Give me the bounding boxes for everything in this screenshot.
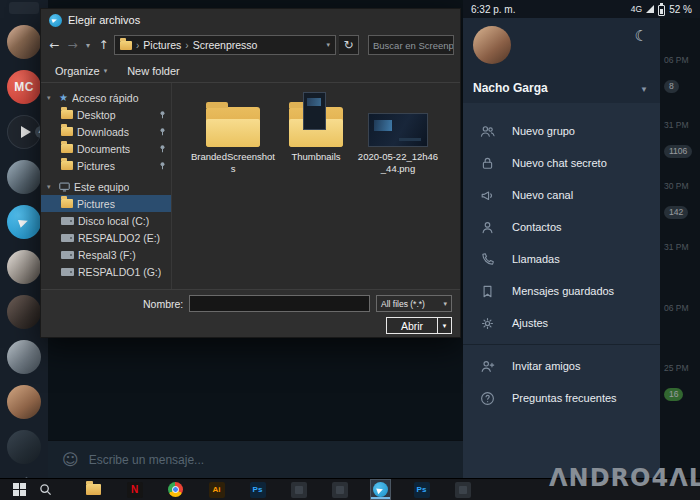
photoshop-icon: Ps bbox=[250, 482, 266, 498]
drawer-header[interactable]: ☾ Nacho Garga ▼ bbox=[463, 18, 660, 103]
screen: MC 4 ☺ Escribe un mensaje... Elegir arch… bbox=[0, 0, 700, 500]
quick-access-icon: ★ bbox=[59, 92, 68, 103]
folder-icon bbox=[61, 144, 73, 153]
pin-icon bbox=[158, 144, 167, 153]
breadcrumb-segment[interactable]: Pictures bbox=[143, 39, 181, 51]
filename-input[interactable] bbox=[189, 295, 370, 312]
taskbar-app-photoshop[interactable]: Ps bbox=[248, 480, 267, 499]
menu-item-contactos[interactable]: Contactos bbox=[463, 211, 660, 243]
tree-item-respal3-f[interactable]: Respal3 (F:) bbox=[41, 246, 171, 263]
expander-icon[interactable]: ▾ bbox=[47, 183, 55, 191]
menu-item-preguntas-frecuentes[interactable]: Preguntas frecuentes bbox=[463, 382, 660, 414]
dialog-body: ▾ ★ Acceso rápido Desktop Downloads Docu… bbox=[41, 83, 460, 289]
dialog-search-input[interactable]: Buscar en Screenp bbox=[368, 35, 454, 55]
organize-button[interactable]: Organize ▾ bbox=[55, 65, 107, 77]
chevron-down-icon[interactable]: ▼ bbox=[640, 85, 648, 94]
drive-icon bbox=[61, 268, 74, 276]
chat-avatar[interactable] bbox=[7, 385, 41, 419]
menu-item-llamadas[interactable]: Llamadas bbox=[463, 243, 660, 275]
filename-label: Nombre: bbox=[143, 298, 183, 310]
up-icon[interactable]: ↑ bbox=[96, 38, 111, 52]
taskbar-app-explorer[interactable] bbox=[84, 480, 103, 499]
profile-avatar[interactable] bbox=[473, 26, 511, 64]
message-composer[interactable]: ☺ Escribe un mensaje... bbox=[48, 440, 463, 478]
expander-icon[interactable]: ▾ bbox=[47, 94, 55, 102]
chat-avatar[interactable] bbox=[7, 160, 41, 194]
drive-icon bbox=[61, 234, 74, 242]
chat-avatar[interactable] bbox=[7, 205, 41, 239]
tree-item-pictures-selected[interactable]: Pictures bbox=[41, 195, 171, 212]
menu-item-invitar-amigos[interactable]: Invitar amigos bbox=[463, 350, 660, 382]
breadcrumb-separator: › bbox=[136, 40, 139, 51]
dialog-title: Elegir archivos bbox=[68, 14, 140, 26]
open-dropdown-icon[interactable]: ▾ bbox=[438, 318, 451, 333]
chat-avatar[interactable] bbox=[7, 430, 41, 464]
app-icon bbox=[455, 482, 471, 498]
taskbar-app-generic[interactable] bbox=[453, 480, 472, 499]
chat-avatar[interactable] bbox=[7, 250, 41, 284]
menu-divider bbox=[463, 344, 660, 345]
cellular-signal-icon bbox=[646, 5, 654, 13]
chat-list-edge: 06 PM 8 31 PM 1106 30 PM 142 31 PM 06 PM… bbox=[660, 18, 700, 478]
menu-item-mensajes-guardados[interactable]: Mensajes guardados bbox=[463, 275, 660, 307]
battery-icon bbox=[658, 5, 665, 16]
taskbar-app-photoshop-2[interactable]: Ps bbox=[412, 480, 431, 499]
taskbar-app-chrome[interactable] bbox=[166, 480, 185, 499]
taskbar-app-generic[interactable] bbox=[330, 480, 349, 499]
menu-item-ajustes[interactable]: Ajustes bbox=[463, 307, 660, 339]
file-item-image[interactable]: 2020-05-22_12h46_44.png bbox=[356, 101, 440, 175]
pin-icon bbox=[158, 161, 167, 170]
file-type-dropdown[interactable]: All files (*.*) ▾ bbox=[376, 295, 452, 312]
breadcrumb[interactable]: › Pictures › Screenpresso ▾ bbox=[114, 35, 336, 55]
profile-name: Nacho Garga bbox=[473, 81, 548, 95]
open-button[interactable]: Abrir ▾ bbox=[386, 317, 452, 334]
menu-item-nuevo-grupo[interactable]: Nuevo grupo bbox=[463, 115, 660, 147]
recent-locations-icon[interactable]: ▾ bbox=[83, 41, 93, 50]
taskbar-apps: N Ai Ps Ps bbox=[84, 480, 472, 499]
chat-avatar[interactable] bbox=[7, 340, 41, 374]
tree-item-respaldo1-g[interactable]: RESPALDO1 (G:) bbox=[41, 263, 171, 280]
chat-avatar[interactable]: 4 bbox=[7, 115, 41, 149]
hamburger-menu-button[interactable] bbox=[9, 2, 39, 14]
breadcrumb-segment[interactable]: Screenpresso bbox=[193, 39, 258, 51]
refresh-icon[interactable]: ↻ bbox=[339, 35, 359, 55]
file-item-folder[interactable]: Thumbnails bbox=[274, 101, 358, 163]
file-item-folder[interactable]: BrandedScreenshots bbox=[191, 101, 275, 175]
menu-item-nuevo-canal[interactable]: Nuevo canal bbox=[463, 179, 660, 211]
taskbar-app-illustrator[interactable]: Ai bbox=[207, 480, 226, 499]
dialog-titlebar: Elegir archivos bbox=[41, 9, 460, 31]
taskbar-app-generic[interactable] bbox=[289, 480, 308, 499]
chat-avatar[interactable] bbox=[7, 25, 41, 59]
chrome-icon bbox=[168, 482, 183, 497]
chevron-down-icon: ▾ bbox=[104, 67, 108, 75]
new-folder-button[interactable]: New folder bbox=[127, 65, 180, 77]
tree-item-disco-local-c[interactable]: Disco local (C:) bbox=[41, 212, 171, 229]
tree-item-documents[interactable]: Documents bbox=[41, 140, 171, 157]
tree-item-this-pc[interactable]: ▾ Este equipo bbox=[41, 178, 171, 195]
message-input-placeholder[interactable]: Escribe un mensaje... bbox=[89, 453, 204, 467]
andro4all-watermark: ΛNDRO4ΛLL bbox=[549, 464, 700, 492]
chat-avatar[interactable]: MC bbox=[7, 70, 41, 104]
start-button[interactable] bbox=[6, 479, 32, 500]
dark-mode-moon-icon[interactable]: ☾ bbox=[635, 27, 648, 45]
tree-item-desktop[interactable]: Desktop bbox=[41, 106, 171, 123]
folder-icon bbox=[120, 41, 132, 50]
taskbar-search-button[interactable] bbox=[32, 479, 58, 500]
forward-icon[interactable]: → bbox=[65, 38, 80, 52]
menu-item-nuevo-chat-secreto[interactable]: Nuevo chat secreto bbox=[463, 147, 660, 179]
tree-item-pictures-quick[interactable]: Pictures bbox=[41, 157, 171, 174]
back-icon[interactable]: ← bbox=[47, 38, 62, 52]
chat-avatar[interactable] bbox=[7, 295, 41, 329]
emoji-icon[interactable]: ☺ bbox=[62, 450, 79, 469]
taskbar-app-netflix[interactable]: N bbox=[125, 480, 144, 499]
tree-item-respaldo2-e[interactable]: RESPALDO2 (E:) bbox=[41, 229, 171, 246]
dialog-footer: Nombre: All files (*.*) ▾ Abrir ▾ bbox=[41, 289, 460, 337]
tree-item-downloads[interactable]: Downloads bbox=[41, 123, 171, 140]
tree-item-quick-access[interactable]: ▾ ★ Acceso rápido bbox=[41, 89, 171, 106]
network-type-label: 4G bbox=[631, 4, 642, 14]
telegram-drawer: ☾ Nacho Garga ▼ Nuevo grupo Nuevo chat s… bbox=[463, 18, 660, 478]
taskbar-app-telegram[interactable] bbox=[371, 480, 390, 499]
chevron-down-icon[interactable]: ▾ bbox=[326, 41, 330, 49]
avatar-initials: MC bbox=[14, 80, 34, 94]
search-icon bbox=[39, 483, 52, 496]
